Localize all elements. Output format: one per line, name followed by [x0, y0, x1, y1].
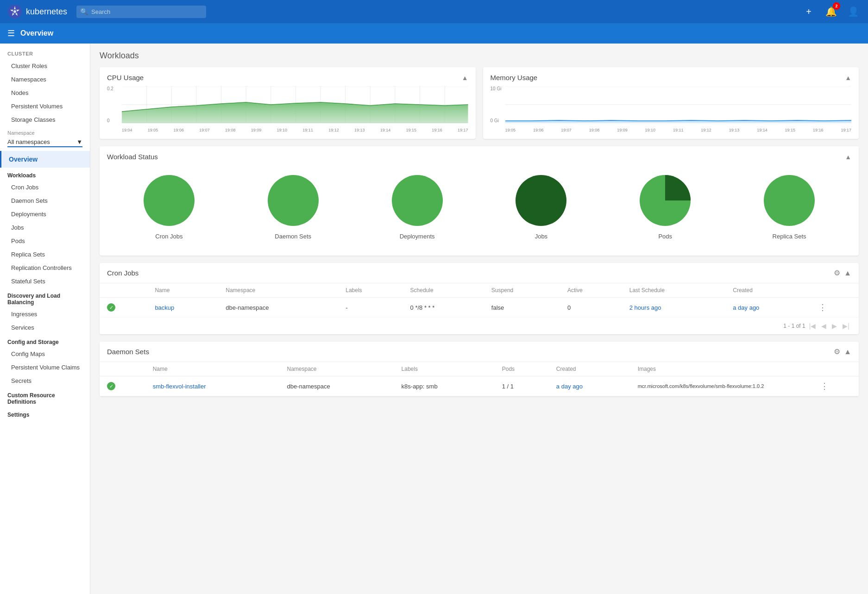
sidebar-item-storage-classes[interactable]: Storage Classes: [0, 113, 90, 126]
daemon-sets-table-section: Daemon Sets ⚙ ▲ Name Namespace Labels Po…: [100, 342, 859, 396]
user-avatar[interactable]: 👤: [846, 4, 861, 19]
ds-row-labels-cell: k8s-app: smb: [394, 376, 495, 396]
daemon-sets-table-header: Daemon Sets ⚙ ▲: [100, 342, 859, 362]
daemon-filter-icon[interactable]: ⚙: [834, 347, 840, 356]
ds-row-more-cell: ⋮: [813, 376, 859, 396]
sidebar-item-pods[interactable]: Pods: [0, 234, 90, 248]
memory-chart-svg-container: [505, 86, 852, 123]
sidebar-item-deployments[interactable]: Deployments: [0, 207, 90, 221]
last-schedule-link[interactable]: 2 hours ago: [629, 304, 661, 311]
sidebar-item-secrets[interactable]: Secrets: [0, 374, 90, 388]
ds-col-status: [100, 362, 145, 376]
ds-created-link[interactable]: a day ago: [556, 383, 583, 390]
memory-y-labels: 10 Gi 0 Gi: [491, 86, 504, 123]
cpu-usage-card: CPU Usage ▲ 0.2 0: [100, 67, 476, 139]
sidebar-item-daemon-sets[interactable]: Daemon Sets: [0, 194, 90, 207]
row-active-cell: 0: [560, 298, 622, 318]
charts-row: CPU Usage ▲ 0.2 0: [100, 67, 859, 139]
settings-section-label: Settings: [0, 407, 90, 420]
main-layout: Cluster Cluster Roles Namespaces Nodes P…: [0, 44, 868, 594]
cron-jobs-table-actions: ⚙ ▲: [834, 269, 851, 277]
daemon-sets-pie: [265, 173, 321, 228]
created-link[interactable]: a day ago: [733, 304, 759, 311]
daemon-sets-table: Name Namespace Labels Pods Created Image…: [100, 362, 859, 396]
pie-label-deployments: Deployments: [400, 233, 435, 240]
memory-chart-collapse-icon[interactable]: ▲: [845, 74, 851, 81]
pie-item-pods[interactable]: Pods: [637, 173, 693, 240]
cpu-y-min: 0: [107, 118, 121, 123]
col-schedule: Schedule: [403, 283, 484, 298]
memory-chart-area: 10 Gi 0 Gi: [491, 86, 852, 132]
svg-point-25: [144, 175, 195, 226]
row-labels-cell: -: [338, 298, 403, 318]
workload-status-collapse-icon[interactable]: ▲: [845, 153, 851, 161]
workloads-section-label: Workloads: [0, 168, 90, 181]
sidebar-item-config-maps[interactable]: Config Maps: [0, 347, 90, 361]
namespace-select[interactable]: All namespaces ▼: [7, 138, 82, 147]
col-actions: [811, 283, 859, 298]
add-button[interactable]: +: [801, 4, 816, 19]
daemon-sets-table-title: Daemon Sets: [107, 348, 149, 356]
sidebar-item-replica-sets[interactable]: Replica Sets: [0, 248, 90, 261]
cpu-chart-svg: [122, 86, 468, 123]
cron-jobs-collapse-icon[interactable]: ▲: [844, 269, 851, 277]
ds-row-more-button[interactable]: ⋮: [820, 381, 829, 391]
pie-item-cron-jobs[interactable]: Cron Jobs: [141, 173, 197, 240]
svg-point-30: [764, 175, 815, 226]
pie-item-jobs[interactable]: Jobs: [513, 173, 569, 240]
sidebar-item-replication-controllers[interactable]: Replication Controllers: [0, 261, 90, 275]
svg-point-28: [516, 175, 566, 226]
sidebar-item-services[interactable]: Services: [0, 321, 90, 334]
pag-first-button[interactable]: |◀: [807, 321, 818, 331]
workload-status-title: Workload Status: [107, 153, 158, 161]
sidebar-item-nodes[interactable]: Nodes: [0, 86, 90, 100]
sidebar-item-namespaces[interactable]: Namespaces: [0, 73, 90, 86]
search-input[interactable]: [76, 6, 206, 18]
cpu-chart-header: CPU Usage ▲: [107, 74, 468, 81]
pagination-text: 1 - 1 of 1: [783, 323, 805, 329]
daemon-set-link[interactable]: smb-flexvol-installer: [153, 383, 206, 390]
pie-item-daemon-sets[interactable]: Daemon Sets: [265, 173, 321, 240]
search-wrapper: 🔍: [76, 6, 206, 18]
pie-label-replica-sets: Replica Sets: [773, 233, 806, 240]
sidebar-item-ingresses[interactable]: Ingresses: [0, 307, 90, 321]
row-status-cell: ✓: [100, 298, 147, 318]
ds-row-created-cell: a day ago: [549, 376, 630, 396]
sidebar-item-jobs[interactable]: Jobs: [0, 221, 90, 234]
sidebar-item-stateful-sets[interactable]: Stateful Sets: [0, 275, 90, 288]
cpu-chart-collapse-icon[interactable]: ▲: [462, 74, 468, 81]
table-row: ✓ smb-flexvol-installer dbe-namespace k8…: [100, 376, 859, 396]
cpu-y-max: 0.2: [107, 86, 121, 91]
cron-job-link[interactable]: backup: [155, 304, 174, 311]
ds-col-created: Created: [549, 362, 630, 376]
sidebar-item-cron-jobs[interactable]: Cron Jobs: [0, 181, 90, 194]
svg-point-27: [392, 175, 443, 226]
daemon-sets-collapse-icon[interactable]: ▲: [844, 348, 851, 356]
row-more-button[interactable]: ⋮: [818, 303, 827, 312]
sidebar-item-persistent-volume-claims[interactable]: Persistent Volume Claims: [0, 361, 90, 374]
pag-prev-button[interactable]: ◀: [819, 321, 828, 331]
sidebar-item-persistent-volumes[interactable]: Persistent Volumes: [0, 100, 90, 113]
memory-y-min: 0 Gi: [491, 118, 504, 123]
memory-x-labels: 19:05 19:06 19:07 19:08 19:09 19:10 19:1…: [505, 128, 852, 132]
hamburger-menu-icon[interactable]: ☰: [7, 28, 15, 38]
sidebar-item-overview[interactable]: Overview: [0, 151, 90, 168]
main-content: Workloads CPU Usage ▲ 0.2 0: [90, 44, 868, 594]
pie-item-replica-sets[interactable]: Replica Sets: [761, 173, 817, 240]
pie-item-deployments[interactable]: Deployments: [390, 173, 445, 240]
pag-next-button[interactable]: ▶: [830, 321, 839, 331]
cron-jobs-table-header-row: Name Namespace Labels Schedule Suspend A…: [100, 283, 859, 298]
ds-status-ok-icon: ✓: [107, 382, 115, 390]
sidebar-item-cluster-roles[interactable]: Cluster Roles: [0, 59, 90, 73]
col-status: [100, 283, 147, 298]
filter-icon[interactable]: ⚙: [834, 269, 840, 277]
notification-badge: 2: [833, 2, 840, 10]
notifications-button[interactable]: 🔔 2: [824, 4, 838, 19]
app-logo[interactable]: kubernetes: [7, 4, 67, 19]
cluster-section-label: Cluster: [0, 44, 90, 59]
deployments-pie: [390, 173, 445, 228]
memory-y-max: 10 Gi: [491, 86, 504, 91]
pag-last-button[interactable]: ▶|: [841, 321, 851, 331]
sidebar: Cluster Cluster Roles Namespaces Nodes P…: [0, 44, 90, 594]
ds-col-name: Name: [145, 362, 280, 376]
